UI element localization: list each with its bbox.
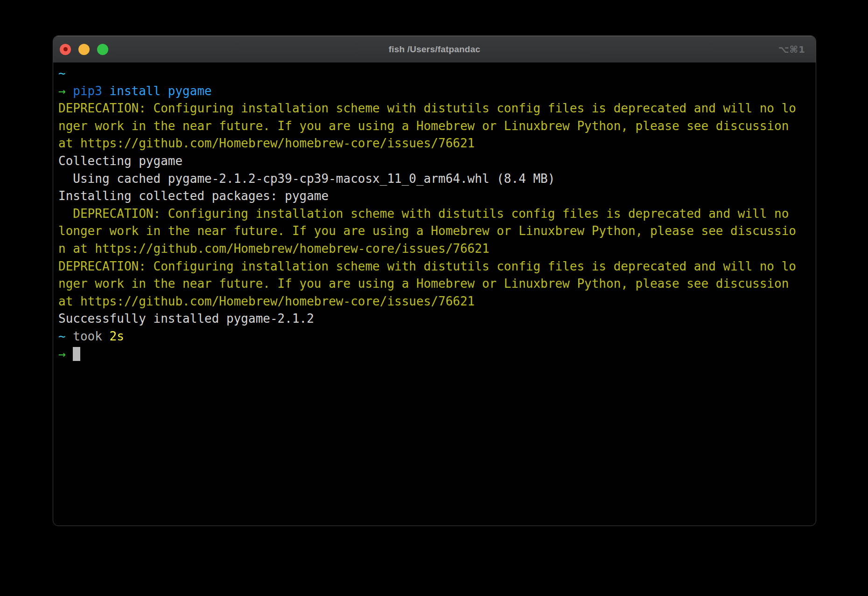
prompt-path: ~ (58, 329, 66, 343)
deprecation-warning-url: at https://github.com/Homebrew/homebrew-… (58, 136, 475, 150)
terminal-line: nger work in the near future. If you are… (58, 118, 811, 135)
cursor-block (73, 347, 80, 361)
pip-output: Installing collected packages: pygame (58, 189, 329, 203)
terminal-line: longer work in the near future. If you a… (58, 222, 811, 240)
command-args: install pygame (102, 84, 212, 98)
deprecation-warning: longer work in the near future. If you a… (58, 224, 796, 238)
terminal-line: → (58, 346, 811, 363)
terminal-line: Installing collected packages: pygame (58, 187, 811, 205)
deprecation-warning-url: at https://github.com/Homebrew/homebrew-… (58, 294, 475, 308)
terminal-line: ~ (58, 65, 811, 83)
terminal-line: Successfully installed pygame-2.1.2 (58, 310, 811, 328)
zoom-button[interactable] (97, 44, 108, 55)
pip-output: Using cached pygame-2.1.2-cp39-cp39-maco… (58, 172, 555, 186)
duration-label: took (66, 329, 110, 343)
duration-value: 2s (110, 329, 124, 343)
prompt-path: ~ (58, 66, 66, 80)
terminal-output[interactable]: ~→ pip3 install pygameDEPRECATION: Confi… (53, 62, 816, 363)
terminal-line: n at https://github.com/Homebrew/homebre… (58, 240, 811, 258)
terminal-line: → pip3 install pygame (58, 83, 811, 100)
pip-output: Collecting pygame (58, 154, 182, 168)
command-name: pip3 (73, 84, 102, 98)
terminal-line: nger work in the near future. If you are… (58, 275, 811, 293)
minimize-button[interactable] (78, 44, 90, 55)
deprecation-warning: DEPRECATION: Configuring installation sc… (58, 101, 796, 115)
terminal-line: DEPRECATION: Configuring installation sc… (58, 205, 811, 223)
terminal-line: DEPRECATION: Configuring installation sc… (58, 100, 811, 118)
pip-success-message: Successfully installed pygame-2.1.2 (58, 312, 314, 326)
deprecation-warning: DEPRECATION: Configuring installation sc… (58, 259, 796, 273)
terminal-line: at https://github.com/Homebrew/homebrew-… (58, 293, 811, 311)
terminal-line: DEPRECATION: Configuring installation sc… (58, 258, 811, 276)
terminal-line: ~ took 2s (58, 328, 811, 346)
traffic-lights (60, 36, 108, 62)
deprecation-warning-url: n at https://github.com/Homebrew/homebre… (58, 242, 490, 256)
terminal-line: Using cached pygame-2.1.2-cp39-cp39-maco… (58, 170, 811, 188)
tab-shortcut-hint: ⌥⌘1 (778, 45, 805, 54)
window-title: fish /Users/fatpandac (389, 45, 480, 54)
deprecation-warning: nger work in the near future. If you are… (58, 119, 796, 133)
deprecation-warning: DEPRECATION: Configuring installation sc… (58, 207, 789, 221)
edited-indicator-dot (63, 47, 68, 51)
prompt-arrow: → (58, 347, 73, 361)
titlebar[interactable]: fish /Users/fatpandac ⌥⌘1 (53, 36, 816, 62)
close-button[interactable] (60, 44, 71, 55)
prompt-arrow: → (58, 84, 73, 98)
deprecation-warning: nger work in the near future. If you are… (58, 277, 796, 291)
terminal-window: fish /Users/fatpandac ⌥⌘1 ~→ pip3 instal… (53, 35, 816, 526)
terminal-line: at https://github.com/Homebrew/homebrew-… (58, 135, 811, 152)
terminal-line: Collecting pygame (58, 152, 811, 170)
